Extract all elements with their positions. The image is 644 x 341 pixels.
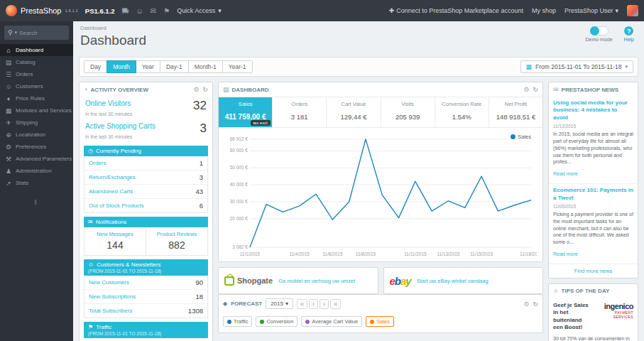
sales-series-dot	[511, 134, 515, 139]
kpi-cart-value[interactable]: Cart Value 129,44 €	[326, 97, 380, 127]
first-page-icon[interactable]: «	[297, 299, 307, 309]
shop-name[interactable]: PS1.6.1.2	[85, 7, 115, 15]
sidebar-item-catalog[interactable]: ▤ Catalog	[0, 56, 73, 68]
sidebar-item-shipping[interactable]: ✈ Shipping	[0, 117, 73, 129]
sidebar-item-dashboard[interactable]: ⌂ Dashboard	[0, 44, 73, 56]
filter-day-button[interactable]: Day	[84, 60, 107, 73]
online-visitors-metric[interactable]: Online Visitors 32	[80, 97, 212, 112]
chevron-down-icon[interactable]: ▾	[15, 30, 18, 36]
sidebar: ⚲ ▾ ⌂ Dashboard ▤ Catalog ☰ Orders ☺ Cus…	[0, 21, 73, 341]
news-article-title[interactable]: Ecommerce 101: Payments in a Tweet	[553, 187, 633, 202]
person-icon: ☺	[88, 261, 94, 268]
gear-icon[interactable]: ⚙	[523, 86, 529, 93]
quick-access-menu[interactable]: Quick Access ▾	[177, 7, 222, 14]
sales-chart: 66 912 €60 000 €50 000 €40 000 €30 000 €…	[224, 132, 537, 260]
cart-icon[interactable]: ⛟	[122, 7, 129, 15]
customers-list: New Customers 90 New Subscriptions 18 To…	[84, 276, 208, 318]
filter-year-button[interactable]: Year	[136, 60, 160, 73]
shopgate-link[interactable]: Ga mobiel en verhoog uw omzet	[278, 278, 355, 284]
new-messages-cell[interactable]: New Messages 144	[84, 227, 146, 255]
customers-newsletters-band: ☺ Customers & Newsletters (FROM 2015-11-…	[84, 259, 208, 276]
demo-mode-toggle[interactable]	[590, 26, 608, 36]
ebay-link[interactable]: Start uw eBay-winkel vandaag	[417, 278, 489, 284]
demo-mode-label: Demo mode	[585, 37, 612, 42]
prestashop-brand[interactable]: PrestaShop 1.6.1.2	[6, 5, 78, 16]
kpi-conversion-rate[interactable]: Conversion Rate 1.54%	[435, 97, 489, 127]
filter-year-1-button[interactable]: Year-1	[222, 60, 253, 73]
new-customers-row[interactable]: New Customers 90	[84, 276, 207, 290]
brand-version: 1.6.1.2	[65, 9, 77, 13]
filter-day-1-button[interactable]: Day-1	[160, 60, 189, 73]
ebay-promo[interactable]: ebay Start uw eBay-winkel vandaag	[383, 267, 544, 294]
new-subscriptions-row[interactable]: New Subscriptions 18	[84, 290, 207, 304]
gear-icon[interactable]: ⚙	[193, 86, 199, 93]
sidebar-item-modules[interactable]: ▦ Modules and Services	[0, 104, 73, 117]
sidebar-item-administration[interactable]: ♟ Administration	[0, 165, 73, 177]
catalog-icon: ▤	[5, 59, 12, 66]
user-menu[interactable]: PrestaShop User ▾	[564, 7, 618, 14]
person-icon[interactable]: ☺	[136, 7, 143, 15]
search-input[interactable]	[19, 30, 65, 36]
pending-row-orders[interactable]: Orders 1	[84, 156, 207, 170]
refresh-icon[interactable]: ↻	[202, 86, 208, 93]
svg-text:66 912 €: 66 912 €	[230, 136, 249, 141]
help-icon[interactable]: ?	[624, 26, 633, 36]
legend-chip-conversion[interactable]: Conversion	[256, 316, 298, 327]
refresh-icon[interactable]: ↻	[533, 86, 538, 93]
kpi-net-profit[interactable]: Net Profit 148 918,51 €	[489, 97, 542, 127]
read-more-link[interactable]: Read more	[553, 251, 578, 256]
forecast-nav: « ‹ › »	[297, 299, 341, 309]
next-page-icon[interactable]: ›	[320, 299, 329, 309]
last-page-icon[interactable]: »	[330, 299, 341, 309]
pending-row-returns[interactable]: Return/Exchanges 3	[84, 170, 207, 185]
filter-month-button[interactable]: Month	[107, 60, 136, 73]
page-header: Dashboard Dashboard Demo mode ? Help	[73, 21, 644, 57]
sidebar-item-localization[interactable]: ⊕ Localization	[0, 129, 73, 141]
envelope-icon[interactable]: ✉	[151, 7, 156, 15]
sidebar-item-customers[interactable]: ☺ Customers	[0, 80, 73, 92]
localization-icon: ⊕	[5, 131, 12, 139]
center-column: ▤ DASHBOARD ⚙ ↻ Sales 411 759,00 € tax e…	[218, 82, 543, 338]
sidebar-collapse-button[interactable]: ‖	[0, 199, 73, 206]
gear-icon[interactable]: ⚙	[523, 301, 529, 308]
sidebar-item-stats[interactable]: ↗ Stats	[0, 177, 73, 189]
filter-month-1-button[interactable]: Month-1	[188, 60, 223, 73]
pending-row-abandoned-carts[interactable]: Abandoned Carts 43	[84, 185, 207, 199]
total-subscribers-row[interactable]: Total Subscribers 1308	[84, 304, 207, 318]
activity-icon: ◔	[84, 86, 87, 93]
refresh-icon[interactable]: ↻	[533, 301, 538, 308]
pending-row-out-of-stock[interactable]: Out of Stock Products 6	[84, 199, 207, 212]
date-range-picker[interactable]: ▦ From 2015-11-01 To 2015-11-18 ▾	[520, 60, 633, 73]
sidebar-nav: ⌂ Dashboard ▤ Catalog ☰ Orders ☺ Custome…	[0, 44, 73, 189]
kpi-orders[interactable]: Orders 3 181	[272, 97, 326, 127]
prestashop-logo-icon	[6, 5, 17, 16]
sidebar-item-preferences[interactable]: ⚙ Preferences	[0, 141, 73, 153]
module-promos: Shopgate Ga mobiel en verhoog uw omzet e…	[218, 267, 543, 294]
sidebar-search[interactable]: ⚲ ▾	[4, 26, 69, 40]
user-avatar[interactable]	[627, 5, 638, 16]
kpi-sales[interactable]: Sales 411 759,00 € tax excl.	[219, 97, 272, 127]
active-carts-metric[interactable]: Active Shopping Carts 3	[80, 119, 212, 134]
google-analytics-link[interactable]: ∞ Link to your Google Analytics account	[80, 338, 212, 341]
flag-icon[interactable]: ⚑	[163, 7, 170, 15]
prev-page-icon[interactable]: ‹	[309, 299, 318, 309]
svg-text:11/15/2015: 11/15/2015	[470, 251, 493, 256]
sidebar-item-orders[interactable]: ☰ Orders	[0, 68, 73, 80]
my-shop-link[interactable]: My shop	[532, 7, 556, 14]
forecast-year-select[interactable]: 2015 ▾	[266, 298, 293, 309]
legend-chip-sales[interactable]: Sales	[366, 316, 394, 327]
shopgate-promo[interactable]: Shopgate Ga mobiel en verhoog uw omzet	[218, 267, 378, 294]
marketplace-link[interactable]: ✚ Connect to PrestaShop Marketplace acco…	[389, 7, 523, 14]
legend-chip-average-cart-value[interactable]: Average Cart Value	[301, 316, 362, 327]
sidebar-item-price-rules[interactable]: ♦ Price Rules	[0, 92, 73, 104]
product-reviews-cell[interactable]: Product Reviews 882	[146, 227, 207, 255]
news-article-title[interactable]: Using social media for your business: 4 …	[553, 99, 633, 121]
kpi-visits[interactable]: Visits 205 939	[381, 97, 435, 127]
sidebar-item-advanced-parameters[interactable]: ⚒ Advanced Parameters	[0, 153, 73, 165]
find-more-news-link[interactable]: Find more news	[549, 264, 638, 278]
forecast-panel: ◆ FORECAST 2015 ▾ « ‹ › »	[218, 294, 543, 333]
forecast-legend: Traffic Conversion Average Cart Value	[219, 313, 542, 332]
legend-chip-traffic[interactable]: Traffic	[223, 316, 252, 327]
breadcrumb[interactable]: Dashboard	[80, 25, 637, 31]
read-more-link[interactable]: Read more	[553, 171, 578, 176]
